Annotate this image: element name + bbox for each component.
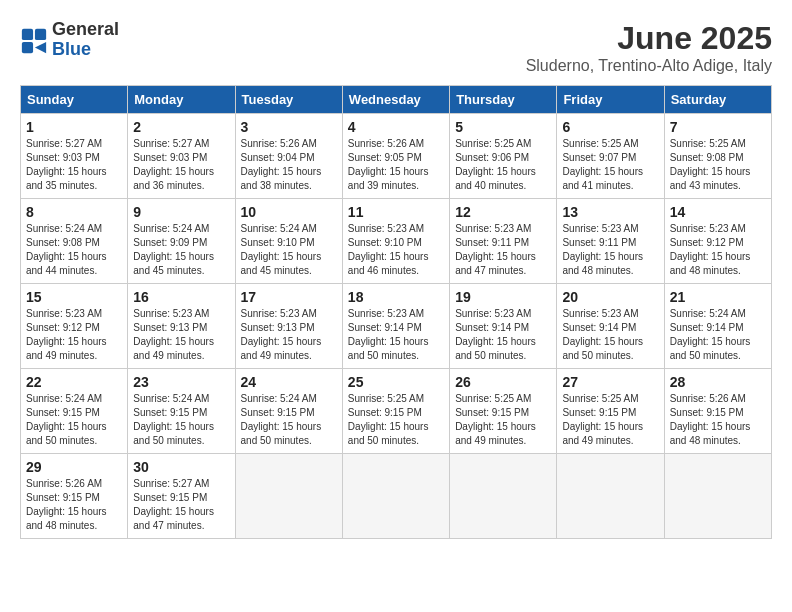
- month-title: June 2025: [526, 20, 772, 57]
- day-info: Sunrise: 5:26 AMSunset: 9:05 PMDaylight:…: [348, 138, 429, 191]
- calendar-week-row: 15 Sunrise: 5:23 AMSunset: 9:12 PMDaylig…: [21, 284, 772, 369]
- day-number: 25: [348, 374, 444, 390]
- calendar-cell: [235, 454, 342, 539]
- svg-rect-0: [22, 29, 33, 40]
- col-saturday: Saturday: [664, 86, 771, 114]
- day-info: Sunrise: 5:24 AMSunset: 9:09 PMDaylight:…: [133, 223, 214, 276]
- logo-icon: [20, 27, 48, 55]
- calendar-cell: 16 Sunrise: 5:23 AMSunset: 9:13 PMDaylig…: [128, 284, 235, 369]
- day-info: Sunrise: 5:24 AMSunset: 9:15 PMDaylight:…: [133, 393, 214, 446]
- calendar-week-row: 1 Sunrise: 5:27 AMSunset: 9:03 PMDayligh…: [21, 114, 772, 199]
- calendar-cell: 7 Sunrise: 5:25 AMSunset: 9:08 PMDayligh…: [664, 114, 771, 199]
- col-thursday: Thursday: [450, 86, 557, 114]
- calendar-cell: 13 Sunrise: 5:23 AMSunset: 9:11 PMDaylig…: [557, 199, 664, 284]
- calendar-cell: 2 Sunrise: 5:27 AMSunset: 9:03 PMDayligh…: [128, 114, 235, 199]
- svg-rect-1: [35, 29, 46, 40]
- day-info: Sunrise: 5:24 AMSunset: 9:15 PMDaylight:…: [241, 393, 322, 446]
- day-info: Sunrise: 5:25 AMSunset: 9:08 PMDaylight:…: [670, 138, 751, 191]
- day-info: Sunrise: 5:27 AMSunset: 9:15 PMDaylight:…: [133, 478, 214, 531]
- day-number: 7: [670, 119, 766, 135]
- day-info: Sunrise: 5:24 AMSunset: 9:15 PMDaylight:…: [26, 393, 107, 446]
- day-info: Sunrise: 5:23 AMSunset: 9:14 PMDaylight:…: [562, 308, 643, 361]
- day-number: 18: [348, 289, 444, 305]
- calendar-cell: 21 Sunrise: 5:24 AMSunset: 9:14 PMDaylig…: [664, 284, 771, 369]
- day-info: Sunrise: 5:26 AMSunset: 9:15 PMDaylight:…: [670, 393, 751, 446]
- day-number: 4: [348, 119, 444, 135]
- calendar-cell: 18 Sunrise: 5:23 AMSunset: 9:14 PMDaylig…: [342, 284, 449, 369]
- col-wednesday: Wednesday: [342, 86, 449, 114]
- calendar-cell: [342, 454, 449, 539]
- calendar-cell: 24 Sunrise: 5:24 AMSunset: 9:15 PMDaylig…: [235, 369, 342, 454]
- svg-marker-3: [35, 42, 46, 53]
- day-number: 29: [26, 459, 122, 475]
- day-number: 22: [26, 374, 122, 390]
- calendar-cell: 22 Sunrise: 5:24 AMSunset: 9:15 PMDaylig…: [21, 369, 128, 454]
- day-info: Sunrise: 5:23 AMSunset: 9:10 PMDaylight:…: [348, 223, 429, 276]
- day-info: Sunrise: 5:23 AMSunset: 9:12 PMDaylight:…: [26, 308, 107, 361]
- logo-general-text: General: [52, 20, 119, 40]
- calendar-cell: 9 Sunrise: 5:24 AMSunset: 9:09 PMDayligh…: [128, 199, 235, 284]
- calendar-header-row: Sunday Monday Tuesday Wednesday Thursday…: [21, 86, 772, 114]
- day-number: 5: [455, 119, 551, 135]
- calendar-cell: [664, 454, 771, 539]
- day-number: 21: [670, 289, 766, 305]
- calendar-cell: 30 Sunrise: 5:27 AMSunset: 9:15 PMDaylig…: [128, 454, 235, 539]
- day-number: 16: [133, 289, 229, 305]
- svg-rect-2: [22, 42, 33, 53]
- day-number: 13: [562, 204, 658, 220]
- day-number: 23: [133, 374, 229, 390]
- calendar-cell: 4 Sunrise: 5:26 AMSunset: 9:05 PMDayligh…: [342, 114, 449, 199]
- calendar-cell: 3 Sunrise: 5:26 AMSunset: 9:04 PMDayligh…: [235, 114, 342, 199]
- day-info: Sunrise: 5:25 AMSunset: 9:06 PMDaylight:…: [455, 138, 536, 191]
- calendar-cell: 26 Sunrise: 5:25 AMSunset: 9:15 PMDaylig…: [450, 369, 557, 454]
- day-info: Sunrise: 5:25 AMSunset: 9:15 PMDaylight:…: [562, 393, 643, 446]
- calendar-week-row: 8 Sunrise: 5:24 AMSunset: 9:08 PMDayligh…: [21, 199, 772, 284]
- calendar-cell: 28 Sunrise: 5:26 AMSunset: 9:15 PMDaylig…: [664, 369, 771, 454]
- calendar-cell: 19 Sunrise: 5:23 AMSunset: 9:14 PMDaylig…: [450, 284, 557, 369]
- calendar-cell: 6 Sunrise: 5:25 AMSunset: 9:07 PMDayligh…: [557, 114, 664, 199]
- location-title: Sluderno, Trentino-Alto Adige, Italy: [526, 57, 772, 75]
- day-info: Sunrise: 5:23 AMSunset: 9:11 PMDaylight:…: [455, 223, 536, 276]
- day-info: Sunrise: 5:25 AMSunset: 9:15 PMDaylight:…: [348, 393, 429, 446]
- calendar-cell: 23 Sunrise: 5:24 AMSunset: 9:15 PMDaylig…: [128, 369, 235, 454]
- calendar-cell: 20 Sunrise: 5:23 AMSunset: 9:14 PMDaylig…: [557, 284, 664, 369]
- day-info: Sunrise: 5:23 AMSunset: 9:11 PMDaylight:…: [562, 223, 643, 276]
- day-number: 12: [455, 204, 551, 220]
- day-number: 20: [562, 289, 658, 305]
- day-info: Sunrise: 5:26 AMSunset: 9:04 PMDaylight:…: [241, 138, 322, 191]
- day-info: Sunrise: 5:23 AMSunset: 9:13 PMDaylight:…: [241, 308, 322, 361]
- calendar-cell: 14 Sunrise: 5:23 AMSunset: 9:12 PMDaylig…: [664, 199, 771, 284]
- day-info: Sunrise: 5:26 AMSunset: 9:15 PMDaylight:…: [26, 478, 107, 531]
- col-tuesday: Tuesday: [235, 86, 342, 114]
- day-number: 19: [455, 289, 551, 305]
- day-info: Sunrise: 5:25 AMSunset: 9:07 PMDaylight:…: [562, 138, 643, 191]
- day-number: 9: [133, 204, 229, 220]
- calendar-cell: 11 Sunrise: 5:23 AMSunset: 9:10 PMDaylig…: [342, 199, 449, 284]
- day-number: 24: [241, 374, 337, 390]
- calendar-cell: 10 Sunrise: 5:24 AMSunset: 9:10 PMDaylig…: [235, 199, 342, 284]
- day-info: Sunrise: 5:27 AMSunset: 9:03 PMDaylight:…: [133, 138, 214, 191]
- day-number: 14: [670, 204, 766, 220]
- day-info: Sunrise: 5:24 AMSunset: 9:08 PMDaylight:…: [26, 223, 107, 276]
- title-block: June 2025 Sluderno, Trentino-Alto Adige,…: [526, 20, 772, 75]
- day-number: 3: [241, 119, 337, 135]
- day-info: Sunrise: 5:24 AMSunset: 9:14 PMDaylight:…: [670, 308, 751, 361]
- day-number: 17: [241, 289, 337, 305]
- page-header: General Blue June 2025 Sluderno, Trentin…: [20, 20, 772, 75]
- calendar-cell: [557, 454, 664, 539]
- day-number: 26: [455, 374, 551, 390]
- day-number: 2: [133, 119, 229, 135]
- day-number: 30: [133, 459, 229, 475]
- day-info: Sunrise: 5:23 AMSunset: 9:14 PMDaylight:…: [455, 308, 536, 361]
- col-sunday: Sunday: [21, 86, 128, 114]
- day-number: 6: [562, 119, 658, 135]
- calendar-cell: 29 Sunrise: 5:26 AMSunset: 9:15 PMDaylig…: [21, 454, 128, 539]
- col-friday: Friday: [557, 86, 664, 114]
- day-number: 11: [348, 204, 444, 220]
- calendar-cell: 8 Sunrise: 5:24 AMSunset: 9:08 PMDayligh…: [21, 199, 128, 284]
- calendar-cell: [450, 454, 557, 539]
- calendar-cell: 27 Sunrise: 5:25 AMSunset: 9:15 PMDaylig…: [557, 369, 664, 454]
- calendar-cell: 1 Sunrise: 5:27 AMSunset: 9:03 PMDayligh…: [21, 114, 128, 199]
- calendar-cell: 17 Sunrise: 5:23 AMSunset: 9:13 PMDaylig…: [235, 284, 342, 369]
- day-info: Sunrise: 5:24 AMSunset: 9:10 PMDaylight:…: [241, 223, 322, 276]
